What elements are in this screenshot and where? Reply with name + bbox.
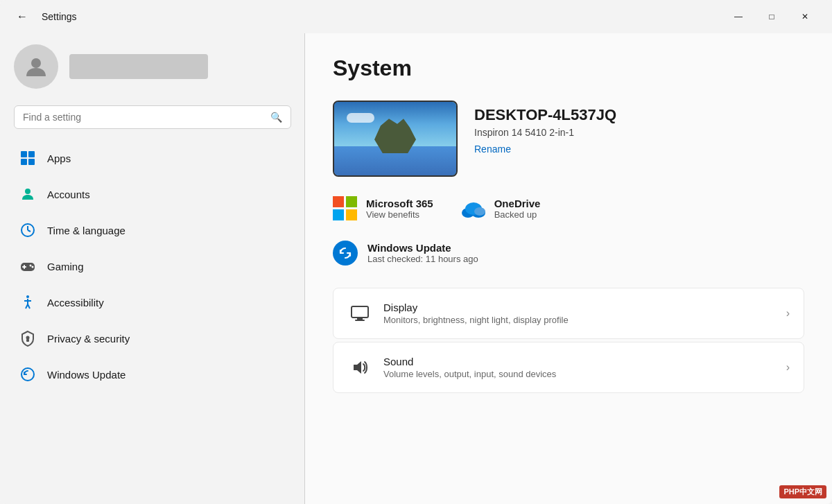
microsoft365-text: Microsoft 365 View benefits xyxy=(366,198,433,220)
svg-rect-28 xyxy=(352,306,368,318)
svg-point-12 xyxy=(30,265,32,267)
chevron-right-icon: › xyxy=(786,307,790,320)
onedrive-icon xyxy=(461,196,486,221)
settings-list: Display Monitors, brightness, night ligh… xyxy=(333,288,804,393)
svg-rect-29 xyxy=(357,318,363,320)
time-icon xyxy=(19,222,36,238)
minimize-button[interactable]: — xyxy=(722,6,754,28)
onedrive-item[interactable]: OneDrive Backed up xyxy=(461,196,541,221)
user-icon xyxy=(25,55,47,78)
avatar xyxy=(14,44,58,89)
thumbnail-cloud xyxy=(347,113,374,123)
svg-point-14 xyxy=(26,295,29,298)
svg-point-0 xyxy=(31,58,41,68)
title-bar: ← Settings — □ ✕ xyxy=(0,0,832,33)
sidebar-item-gaming[interactable]: Gaming xyxy=(6,248,300,284)
back-button[interactable]: ← xyxy=(11,6,33,28)
search-box: 🔍 xyxy=(14,105,291,129)
sound-icon xyxy=(347,355,372,380)
settings-item-sound[interactable]: Sound Volume levels, output, input, soun… xyxy=(333,342,804,393)
title-bar-left: ← Settings xyxy=(11,6,77,28)
search-input[interactable] xyxy=(23,112,265,123)
microsoft365-icon xyxy=(333,196,358,221)
pc-info: DESKTOP-4L537JQ Inspiron 14 5410 2-in-1 … xyxy=(474,101,616,155)
php-watermark: PHP中文网 xyxy=(779,485,826,498)
sound-name: Sound xyxy=(383,356,775,367)
maximize-button[interactable]: □ xyxy=(756,6,788,28)
svg-point-21 xyxy=(21,368,34,381)
sidebar-item-apps[interactable]: Apps xyxy=(6,140,300,176)
onedrive-sub: Backed up xyxy=(494,209,541,220)
sidebar-divider xyxy=(304,33,305,504)
main-content: 🔍 Apps xyxy=(0,33,832,504)
accessibility-icon xyxy=(19,294,36,311)
svg-point-13 xyxy=(32,266,34,268)
services-row: Microsoft 365 View benefits xyxy=(333,196,804,221)
microsoft365-name: Microsoft 365 xyxy=(366,198,433,209)
close-button[interactable]: ✕ xyxy=(789,6,821,28)
svg-rect-2 xyxy=(28,151,35,157)
sidebar-item-label: Time & language xyxy=(47,225,125,236)
update-nav-icon xyxy=(19,366,36,383)
svg-rect-4 xyxy=(28,159,35,165)
sidebar-item-accessibility[interactable]: Accessibility xyxy=(6,284,300,320)
svg-line-18 xyxy=(28,304,30,309)
svg-point-19 xyxy=(26,336,30,340)
settings-item-display[interactable]: Display Monitors, brightness, night ligh… xyxy=(333,288,804,339)
sidebar-item-label: Accessibility xyxy=(47,297,104,309)
settings-window: ← Settings — □ ✕ xyxy=(0,0,832,504)
sidebar-item-privacy-security[interactable]: Privacy & security xyxy=(6,320,300,356)
window-controls: — □ ✕ xyxy=(722,6,821,28)
pc-model: Inspiron 14 5410 2-in-1 xyxy=(474,127,616,138)
svg-point-27 xyxy=(474,207,485,216)
svg-point-5 xyxy=(25,189,31,194)
privacy-icon xyxy=(19,330,36,347)
gaming-icon xyxy=(19,258,36,275)
window-title: Settings xyxy=(42,11,77,22)
windows-update-icon xyxy=(333,241,358,266)
windows-update-text: Windows Update Last checked: 11 hours ag… xyxy=(367,242,478,264)
sidebar-item-windows-update[interactable]: Windows Update xyxy=(6,356,300,392)
windows-update-name: Windows Update xyxy=(367,242,478,254)
display-text: Display Monitors, brightness, night ligh… xyxy=(383,302,775,325)
chevron-right-icon: › xyxy=(786,361,790,374)
rename-link[interactable]: Rename xyxy=(474,144,616,155)
page-title: System xyxy=(333,55,804,81)
svg-rect-20 xyxy=(26,339,29,342)
accounts-icon xyxy=(19,186,36,202)
user-profile[interactable] xyxy=(0,33,305,105)
username-bar xyxy=(69,54,208,79)
right-panel: System DESKTOP-4L537JQ Inspiron 14 5410 … xyxy=(305,33,832,504)
svg-rect-1 xyxy=(21,151,27,157)
svg-rect-30 xyxy=(355,320,365,321)
sound-desc: Volume levels, output, input, sound devi… xyxy=(383,369,775,379)
sidebar-item-label: Accounts xyxy=(47,189,90,200)
sidebar-item-label: Apps xyxy=(47,153,71,164)
display-icon xyxy=(347,301,372,326)
pc-thumbnail xyxy=(333,101,458,177)
sidebar-item-accounts[interactable]: Accounts xyxy=(6,176,300,212)
onedrive-text: OneDrive Backed up xyxy=(494,198,541,220)
sidebar-item-time-language[interactable]: Time & language xyxy=(6,212,300,248)
system-info-row: DESKTOP-4L537JQ Inspiron 14 5410 2-in-1 … xyxy=(333,101,804,177)
microsoft365-item[interactable]: Microsoft 365 View benefits xyxy=(333,196,433,221)
svg-rect-3 xyxy=(21,159,27,165)
display-name: Display xyxy=(383,302,775,313)
sound-text: Sound Volume levels, output, input, soun… xyxy=(383,356,775,379)
onedrive-name: OneDrive xyxy=(494,198,541,209)
apps-icon xyxy=(19,150,36,166)
sidebar-item-label: Privacy & security xyxy=(47,333,130,345)
sidebar-item-label: Gaming xyxy=(47,261,84,272)
search-container: 🔍 xyxy=(0,105,305,140)
sidebar-wrapper: 🔍 Apps xyxy=(0,33,305,504)
display-desc: Monitors, brightness, night light, displ… xyxy=(383,315,775,325)
microsoft365-sub: View benefits xyxy=(366,209,433,220)
svg-line-8 xyxy=(28,230,31,232)
sidebar: 🔍 Apps xyxy=(0,33,305,403)
svg-rect-11 xyxy=(22,266,26,268)
svg-marker-31 xyxy=(354,361,361,374)
sidebar-item-label: Windows Update xyxy=(47,369,125,381)
windows-update-sub: Last checked: 11 hours ago xyxy=(367,254,478,264)
search-icon: 🔍 xyxy=(270,112,282,123)
windows-update-row[interactable]: Windows Update Last checked: 11 hours ag… xyxy=(333,241,804,266)
